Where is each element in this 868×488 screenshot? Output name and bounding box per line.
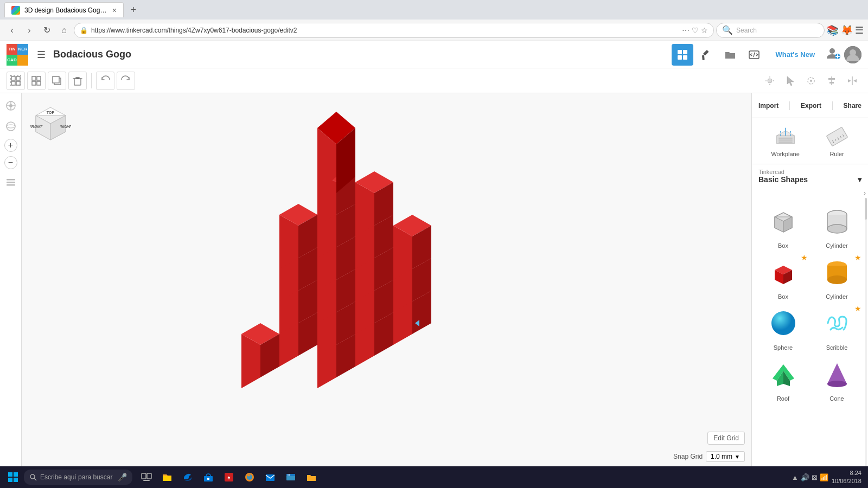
undo-button[interactable] — [96, 72, 114, 90]
duplicate-button[interactable] — [48, 72, 66, 90]
hammer-tool-button[interactable] — [695, 44, 717, 66]
orbit-button[interactable] — [3, 118, 19, 134]
add-user-button[interactable] — [826, 46, 841, 63]
tab-close-button[interactable]: × — [112, 6, 117, 15]
taskbar-search-bar[interactable]: Escribe aquí para buscar 🎤 — [24, 470, 132, 485]
workplane-tool[interactable]: Workplane — [771, 125, 799, 157]
start-button[interactable] — [2, 466, 24, 488]
select-tool-button[interactable] — [781, 72, 800, 90]
network2-tray-icon[interactable]: 📶 — [820, 473, 828, 481]
svg-rect-165 — [266, 474, 275, 481]
taskbar-app-edge[interactable] — [178, 467, 197, 487]
firefox-icon[interactable]: 🦊 — [841, 24, 853, 36]
tab-title: 3D design Bodacious Gogo | Ti... — [24, 7, 108, 14]
battery-tray-icon[interactable]: ⊠ — [812, 473, 818, 481]
light-tool-button[interactable] — [761, 72, 779, 90]
zoom-in-button[interactable]: + — [4, 139, 17, 152]
shape-sphere-blue[interactable]: Sphere — [758, 304, 808, 351]
import-button[interactable]: Import — [758, 102, 778, 110]
shape-box-red-label: Box — [778, 293, 788, 300]
pocket-icon[interactable]: 📚 — [827, 24, 839, 36]
star-icon[interactable]: ☆ — [701, 26, 708, 35]
forward-button[interactable]: › — [22, 23, 37, 38]
speaker-tray-icon[interactable]: 🔊 — [801, 473, 809, 481]
edit-grid-button[interactable]: Edit Grid — [707, 432, 745, 445]
align-tool-button[interactable] — [822, 72, 841, 90]
folder-button[interactable] — [719, 44, 741, 66]
rotate-tool-button[interactable] — [802, 72, 820, 90]
taskbar-app-explorer[interactable] — [157, 467, 177, 487]
layers-button[interactable] — [3, 174, 19, 190]
shape-cylinder-orange[interactable]: ★ Cylinder — [812, 253, 861, 300]
ungroup-button[interactable] — [27, 72, 46, 90]
shape-scribble-label: Scribble — [826, 344, 848, 351]
shape-cylinder-outline-icon — [818, 202, 856, 240]
redo-button[interactable] — [117, 72, 135, 90]
menu-icon[interactable]: ☰ — [855, 24, 864, 36]
tinkercad-logo: TIN KER CAD — [7, 44, 28, 66]
svg-rect-14 — [16, 76, 20, 80]
taskbar: Escribe aquí para buscar 🎤 ♠ — [0, 466, 868, 488]
scrollbar-thumb[interactable] — [865, 198, 867, 220]
export-button[interactable]: Export — [801, 102, 821, 110]
shape-box-red[interactable]: ★ Box — [758, 253, 808, 300]
more-options-icon[interactable]: ⋯ — [682, 26, 690, 35]
whats-new-button[interactable]: What's New — [776, 50, 815, 59]
star-badge-box-red: ★ — [801, 253, 808, 262]
taskbar-app-store[interactable] — [199, 467, 218, 487]
tab-bar: 3D design Bodacious Gogo | Ti... × + — [0, 0, 868, 20]
address-bar[interactable]: 🔒 https://www.tinkercad.com/things/4Zw7x… — [74, 23, 714, 38]
folder-icon — [306, 472, 317, 483]
viewport[interactable]: TOP FRONT RIGHT — [22, 93, 751, 466]
shape-cone-purple[interactable]: Cone — [812, 355, 861, 402]
shape-box-outline[interactable]: Box — [758, 202, 808, 249]
shape-roof-green[interactable]: Roof — [758, 355, 808, 402]
hamburger-menu-icon[interactable]: ☰ — [37, 49, 46, 61]
svg-point-24 — [768, 79, 772, 83]
new-tab-button[interactable]: + — [126, 2, 141, 17]
home-button[interactable]: ⌂ — [56, 23, 72, 38]
svg-point-44 — [7, 122, 15, 131]
flip-tool-button[interactable] — [843, 72, 861, 90]
back-button[interactable]: ‹ — [4, 23, 20, 38]
logo-cell-tr: KER — [17, 44, 28, 55]
grid-view-button[interactable] — [672, 44, 693, 66]
svg-point-31 — [810, 80, 812, 82]
taskbar-clock[interactable]: 8:24 10/06/2018 — [832, 469, 861, 486]
svg-rect-34 — [829, 82, 834, 84]
shape-scribble[interactable]: ★ Scribble — [812, 304, 861, 351]
snap-grid-value-button[interactable]: 1.0 mm ▼ — [706, 451, 745, 462]
bookmark-icon[interactable]: ♡ — [692, 26, 699, 35]
taskbar-app-taskview[interactable] — [137, 467, 156, 487]
active-tab[interactable]: 3D design Bodacious Gogo | Ti... × — [4, 2, 124, 17]
divider-1 — [789, 101, 790, 110]
home-view-button[interactable] — [3, 98, 19, 114]
workplane-label: Workplane — [771, 151, 799, 157]
shapes-title-dropdown[interactable]: Basic Shapes ▾ — [758, 175, 861, 184]
group-button[interactable] — [7, 72, 25, 90]
svg-rect-5 — [702, 55, 705, 60]
shapes-title-text: Basic Shapes — [758, 175, 808, 184]
taskbar-app-firefox[interactable] — [240, 467, 259, 487]
user-avatar[interactable] — [844, 46, 861, 63]
explorer-icon — [162, 472, 173, 483]
share-button[interactable]: Share — [844, 102, 861, 110]
taskbar-app-mail[interactable] — [260, 467, 280, 487]
network-tray-icon[interactable]: ▲ — [792, 473, 799, 481]
taskbar-app-solitaire[interactable]: ♠ — [219, 467, 239, 487]
shape-box-outline-label: Box — [778, 242, 788, 249]
shape-cylinder-outline[interactable]: Cylinder — [812, 202, 861, 249]
browser-extras: 📚 🦊 ☰ — [827, 24, 864, 36]
svg-rect-124 — [778, 142, 792, 143]
refresh-button[interactable]: ↻ — [39, 23, 54, 38]
view-cube[interactable]: TOP FRONT RIGHT — [30, 102, 68, 140]
delete-button[interactable] — [68, 72, 87, 90]
browser-search-bar[interactable]: 🔍 Search — [716, 23, 825, 38]
ruler-tool[interactable]: Ruler — [825, 125, 849, 157]
code-button[interactable] — [743, 44, 765, 66]
scroll-up-arrow[interactable]: › — [752, 188, 868, 198]
svg-text:TOP: TOP — [47, 111, 55, 114]
taskbar-app-browser2[interactable] — [281, 467, 301, 487]
zoom-out-button[interactable]: − — [4, 156, 17, 169]
taskbar-app-folder[interactable] — [302, 467, 321, 487]
